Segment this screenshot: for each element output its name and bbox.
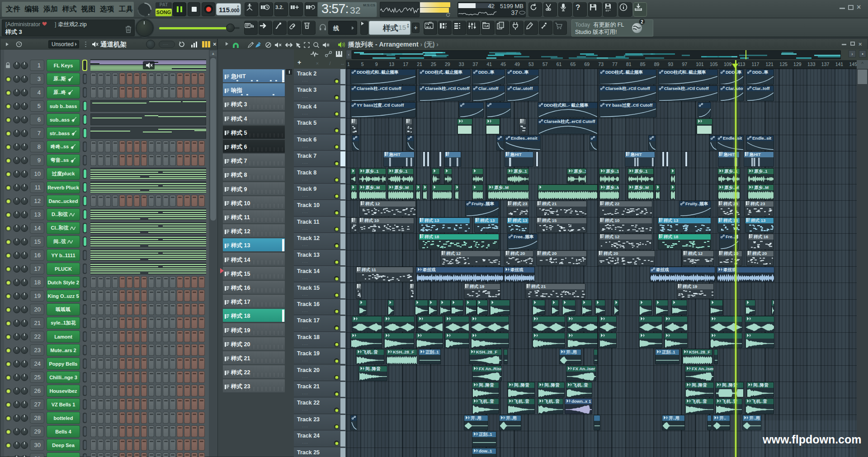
svg-text:?: ? — [576, 3, 580, 12]
svg-text:3.2.: 3.2. — [275, 5, 283, 10]
